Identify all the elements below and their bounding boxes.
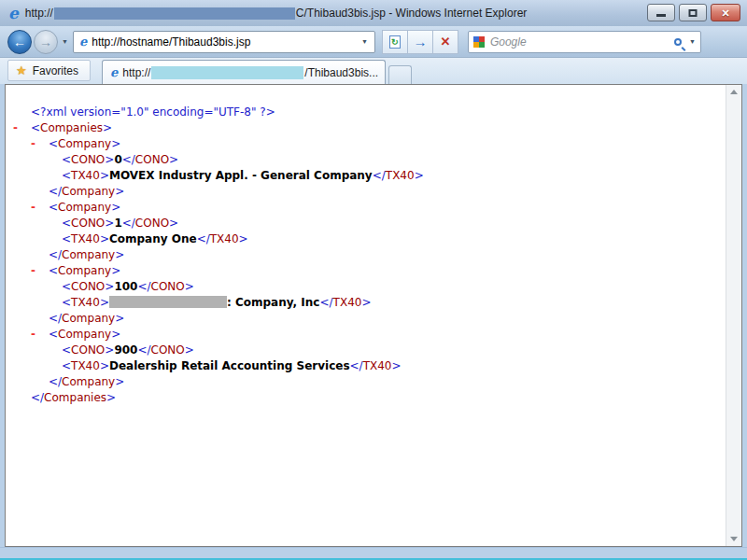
collapse-toggle[interactable]: - [31, 263, 35, 279]
search-box[interactable]: Google ▼ [468, 31, 701, 53]
xml-value: Dealership Retail Accounting Services [109, 359, 350, 372]
xml-tag-name: Company [58, 264, 111, 277]
xml-tag-name: CONO [135, 153, 169, 166]
xml-tag-name: Company [58, 201, 111, 214]
xml-tag-name: Company [58, 137, 111, 150]
xml-markup: < [49, 328, 58, 341]
xml-line: <CONO>1</CONO> [6, 216, 726, 231]
xml-markup: < [62, 232, 71, 245]
xml-markup: < [31, 121, 40, 134]
xml-tag-name: TX40 [71, 359, 100, 372]
favorites-button[interactable]: ★ Favorites [7, 60, 91, 81]
xml-markup: > [239, 232, 248, 245]
xml-markup: </ [49, 312, 62, 325]
minimize-button[interactable] [647, 4, 675, 21]
google-icon [473, 36, 485, 48]
search-dropdown-icon[interactable]: ▼ [689, 38, 696, 45]
xml-markup: > [361, 296, 371, 309]
xml-markup: > [100, 296, 109, 309]
scroll-up-icon[interactable] [730, 90, 738, 94]
address-bar[interactable]: e http://hostname/Thibaud3bis.jsp ▼ [73, 31, 375, 53]
collapse-toggle[interactable]: - [31, 200, 35, 216]
xml-line: </Company> [6, 184, 726, 200]
back-button[interactable]: ← [7, 30, 32, 54]
xml-tag-name: Company [58, 328, 111, 341]
xml-tag-name: CONO [71, 217, 105, 230]
xml-markup: > [115, 375, 124, 388]
ie-logo-icon: e [8, 6, 19, 21]
xml-markup: > [106, 391, 116, 404]
new-tab-button[interactable] [388, 65, 412, 84]
xml-markup: > [111, 328, 120, 341]
xml-tag-name: Companies [44, 391, 106, 404]
xml-markup: </ [319, 296, 332, 309]
tab-active[interactable]: e http:///Thibaud3bis... [102, 60, 386, 84]
xml-markup: > [115, 248, 124, 261]
close-icon: ✕ [721, 7, 729, 18]
content-row: <?xml version="1.0" encoding="UTF-8" ?>-… [0, 84, 747, 547]
favorites-label: Favorites [33, 64, 78, 77]
xml-markup: < [62, 359, 71, 372]
refresh-button[interactable] [382, 30, 408, 54]
xml-markup: > [111, 137, 120, 150]
address-input[interactable]: http://hostname/Thibaud3bis.jsp [92, 35, 359, 49]
redacted-hostname [54, 7, 295, 20]
xml-markup: > [169, 153, 178, 166]
xml-markup: </ [197, 232, 210, 245]
xml-line: <CONO>900</CONO> [6, 343, 726, 358]
forward-button[interactable]: → [34, 30, 58, 54]
tab-favicon: e [110, 65, 118, 79]
window-controls: ✕ [647, 4, 740, 21]
xml-tag-name: Company [62, 185, 115, 198]
vertical-scrollbar[interactable] [726, 85, 741, 546]
collapse-toggle[interactable]: - [31, 327, 35, 343]
close-button[interactable]: ✕ [711, 4, 740, 21]
xml-tag-name: TX40 [71, 296, 100, 309]
window-title-prefix: http:// [25, 7, 53, 20]
xml-markup: > [105, 343, 114, 357]
search-input[interactable]: Google [490, 35, 674, 49]
collapse-toggle[interactable]: - [13, 120, 18, 136]
stop-button[interactable]: ✕ [432, 30, 458, 54]
history-dropdown-icon[interactable]: ▼ [62, 38, 68, 45]
xml-line: <TX40>Dealership Retail Accounting Servi… [6, 358, 726, 374]
redacted-text [109, 296, 227, 308]
xml-value: Company One [109, 232, 197, 245]
scroll-down-icon[interactable] [730, 537, 738, 541]
collapse-toggle[interactable]: - [31, 136, 35, 152]
go-arrow-icon: → [413, 35, 427, 49]
xml-markup: </ [137, 280, 150, 293]
xml-markup: < [62, 169, 71, 182]
xml-tag-name: Company [62, 248, 115, 261]
xml-markup: </ [350, 359, 363, 372]
page-icon: e [79, 35, 87, 49]
xml-line: </Companies> [6, 390, 726, 406]
favorites-star-icon: ★ [16, 63, 27, 77]
maximize-button[interactable] [679, 4, 707, 21]
xml-value: MOVEX Industry Appl. - General Company [109, 169, 373, 182]
xml-tag-name: TX40 [363, 359, 392, 372]
xml-markup: </ [49, 375, 62, 388]
xml-markup: </ [137, 343, 150, 357]
xml-tag-name: TX40 [71, 232, 100, 245]
xml-markup: </ [122, 153, 135, 166]
xml-markup: < [49, 264, 58, 277]
stop-icon: ✕ [440, 35, 450, 48]
xml-tag-name: Companies [40, 121, 103, 134]
xml-markup: < [49, 137, 58, 150]
address-dropdown-icon[interactable]: ▼ [359, 38, 371, 45]
xml-value: 900 [114, 343, 137, 357]
xml-markup: > [111, 201, 120, 214]
xml-markup: > [115, 312, 124, 325]
search-icon[interactable] [674, 38, 682, 46]
xml-markup: > [391, 359, 401, 372]
xml-tag-name: Company [62, 375, 115, 388]
xml-markup: < [62, 343, 71, 357]
xml-tag-name: TX40 [386, 169, 415, 182]
tab-bar: ★ Favorites e http:///Thibaud3bis... [0, 58, 747, 84]
xml-tag-name: CONO [151, 343, 185, 357]
xml-line: <CONO>100</CONO> [6, 279, 726, 295]
go-button[interactable]: → [407, 30, 433, 54]
minimize-icon [656, 14, 666, 17]
xml-tag-name: TX40 [71, 169, 100, 182]
